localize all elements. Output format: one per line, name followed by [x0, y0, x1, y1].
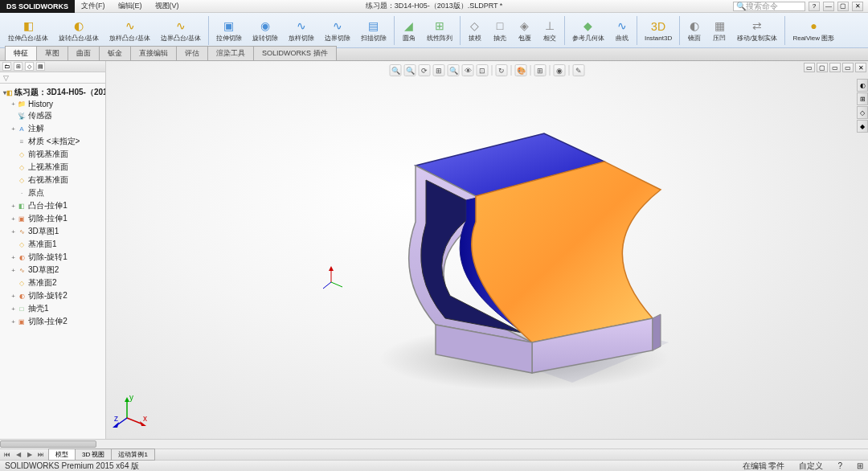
tree-tab-icon[interactable]: ◇	[25, 62, 34, 71]
tab-nav-next[interactable]: ▶	[24, 451, 35, 458]
ribbon-Instant3D[interactable]: 3DInstant3D	[640, 14, 677, 47]
help-icon[interactable]: ?	[809, 2, 820, 11]
doc-tab[interactable]: 模型	[48, 448, 76, 461]
3d-viewport[interactable]: 🔍🔍⟳⊞🔍👁⊡↻🎨⊞◉✎ ▭▢▭▭✕ ◐⊞◇◆	[106, 61, 868, 439]
view-tool-button[interactable]: 👁	[462, 64, 474, 76]
tab-曲面[interactable]: 曲面	[68, 46, 100, 60]
view-tool-button[interactable]: ⊡	[477, 64, 489, 76]
side-panel-button[interactable]: ◆	[857, 120, 868, 133]
tab-SOLIDWORKS 插件[interactable]: SOLIDWORKS 插件	[253, 46, 337, 60]
tree-item[interactable]: ◇上视基准面	[2, 161, 104, 174]
status-help-icon[interactable]: ?	[837, 461, 842, 470]
tree-item[interactable]: ·原点	[2, 186, 104, 199]
filter-icon[interactable]: ▽	[3, 74, 9, 82]
tab-直接编辑[interactable]: 直接编辑	[130, 46, 177, 60]
close-button[interactable]: ✕	[852, 2, 863, 11]
ribbon-线性阵列[interactable]: ⊞线性阵列	[422, 14, 457, 47]
status-options-icon[interactable]: ⊞	[857, 461, 863, 470]
viewport-window-button[interactable]: ▢	[817, 63, 828, 72]
side-panel-button[interactable]: ◇	[857, 106, 868, 119]
tree-item[interactable]: ≡材质 <未指定>	[2, 135, 104, 148]
tree-item[interactable]: +∿3D草图1	[2, 225, 104, 238]
viewport-window-button[interactable]: ▭	[842, 63, 854, 72]
viewport-window-button[interactable]: ▭	[804, 63, 815, 72]
tab-评估[interactable]: 评估	[176, 46, 208, 60]
ribbon-扫描切除[interactable]: ▤扫描切除	[356, 14, 391, 47]
expand-icon[interactable]: +	[10, 228, 17, 236]
tab-nav-last[interactable]: ⏭	[35, 451, 47, 458]
expand-icon[interactable]: +	[10, 293, 17, 300]
viewport-window-button[interactable]: ✕	[855, 63, 866, 72]
ribbon-拉伸切除[interactable]: ▣拉伸切除	[211, 14, 247, 47]
minimize-button[interactable]: —	[823, 2, 834, 11]
tree-item[interactable]: +▣切除-拉伸1	[2, 212, 104, 225]
ribbon-包覆[interactable]: ◈包覆	[513, 14, 537, 47]
tree-item[interactable]: +∿3D草图2	[2, 264, 104, 276]
expand-icon[interactable]: +	[10, 100, 17, 108]
tree-item[interactable]: ◇前视基准面	[2, 148, 104, 161]
tab-特征[interactable]: 特征	[5, 46, 37, 60]
tab-钣金[interactable]: 钣金	[99, 46, 131, 60]
tree-item[interactable]: +A注解	[2, 122, 104, 135]
tree-tab-icon[interactable]: ⊞	[14, 62, 23, 71]
ribbon-镜面[interactable]: ◐镜面	[682, 14, 706, 47]
tree-item[interactable]: ◇基准面2	[2, 276, 104, 289]
tree-item[interactable]: +📁History	[2, 99, 104, 109]
tree-item[interactable]: +□抽壳1	[2, 302, 104, 315]
ribbon-边界凸台/基体[interactable]: ∿边界凸台/基体	[156, 14, 206, 47]
ribbon-旋转切除[interactable]: ◉旋转切除	[248, 14, 283, 47]
ribbon-压凹[interactable]: ▦压凹	[707, 14, 731, 47]
view-tool-button[interactable]: ⊞	[534, 64, 547, 76]
menu-edit[interactable]: 编辑(E)	[112, 1, 149, 11]
view-tool-button[interactable]: ⊞	[433, 64, 445, 76]
view-tool-button[interactable]: ◉	[554, 64, 566, 76]
tree-item[interactable]: ◇基准面1	[2, 238, 104, 251]
ribbon-RealView 图形[interactable]: ●RealView 图形	[788, 14, 839, 47]
expand-icon[interactable]: +	[10, 318, 17, 326]
tree-item[interactable]: ◇右视基准面	[2, 174, 104, 186]
view-tool-button[interactable]: 🔍	[390, 64, 402, 76]
search-input[interactable]: 🔍搜索命令	[733, 2, 805, 11]
horizontal-scrollbar[interactable]	[0, 439, 868, 448]
tab-nav-prev[interactable]: ◀	[13, 451, 24, 458]
menu-view[interactable]: 视图(V)	[149, 1, 186, 11]
orientation-triad-icon[interactable]: y x z	[113, 394, 148, 429]
tree-tab-icon[interactable]: ▤	[36, 62, 45, 71]
view-tool-button[interactable]: 🎨	[515, 64, 527, 76]
ribbon-抽壳[interactable]: □抽壳	[488, 14, 512, 47]
expand-icon[interactable]: +	[10, 215, 17, 223]
menu-file[interactable]: 文件(F)	[75, 1, 112, 11]
view-tool-button[interactable]: ↻	[496, 64, 508, 76]
expand-icon[interactable]: +	[10, 125, 17, 133]
view-tool-button[interactable]: 🔍	[448, 64, 460, 76]
ribbon-拉伸凸台/基体[interactable]: ◧拉伸凸台/基体	[3, 14, 53, 47]
expand-icon[interactable]: +	[10, 305, 17, 313]
tab-nav-first[interactable]: ⏮	[2, 451, 13, 458]
tree-item[interactable]: +◐切除-旋转2	[2, 289, 104, 302]
ribbon-旋转凸台/基体[interactable]: ◐旋转凸台/基体	[54, 14, 104, 47]
tree-item[interactable]: +◧凸台-拉伸1	[2, 199, 104, 212]
status-custom[interactable]: 自定义	[799, 461, 823, 472]
expand-icon[interactable]: +	[10, 254, 17, 261]
ribbon-参考几何体[interactable]: ◆参考几何体	[567, 14, 609, 47]
side-panel-button[interactable]: ⊞	[857, 92, 868, 105]
maximize-button[interactable]: ▢	[837, 2, 849, 11]
ribbon-移动/复制实体[interactable]: ⇄移动/复制实体	[732, 14, 782, 47]
ribbon-拔模[interactable]: ◇拔模	[463, 14, 487, 47]
tab-草图[interactable]: 草图	[36, 46, 68, 60]
view-tool-button[interactable]: ✎	[573, 64, 585, 76]
tree-tab-icon[interactable]: 🗀	[2, 62, 11, 71]
ribbon-相交[interactable]: ⊥相交	[538, 14, 562, 47]
ribbon-边界切除[interactable]: ∿边界切除	[320, 14, 355, 47]
doc-tab[interactable]: 运动算例1	[111, 448, 154, 461]
expand-icon[interactable]: +	[10, 267, 17, 274]
expand-icon[interactable]: +	[10, 203, 17, 210]
view-tool-button[interactable]: ⟳	[419, 64, 431, 76]
ribbon-放样切除[interactable]: ∿放样切除	[284, 14, 319, 47]
view-tool-button[interactable]: 🔍	[404, 64, 416, 76]
ribbon-放样凸台/基体[interactable]: ∿放样凸台/基体	[104, 14, 154, 47]
ribbon-圆角[interactable]: ◢圆角	[397, 14, 421, 47]
side-panel-button[interactable]: ◐	[857, 79, 868, 92]
tree-item[interactable]: 📡传感器	[2, 109, 104, 122]
tree-item[interactable]: +◐切除-旋转1	[2, 251, 104, 264]
